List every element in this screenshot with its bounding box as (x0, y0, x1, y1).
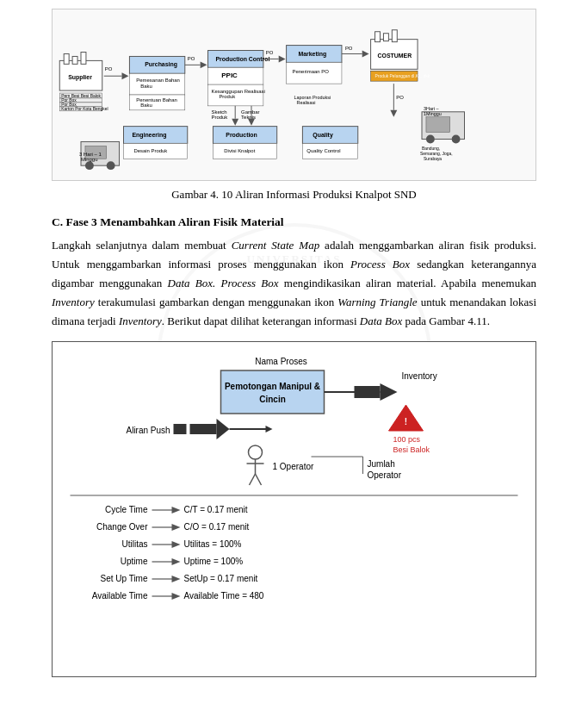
svg-text:Baku: Baku (140, 84, 152, 89)
svg-text:Produk Pelanggan dl.K... dkk: Produk Pelanggan dl.K... dkk (375, 74, 430, 78)
svg-rect-3 (81, 53, 86, 65)
svg-point-101 (249, 445, 263, 459)
svg-text:Marketing: Marketing (298, 51, 326, 58)
svg-text:Divisi Knalpot: Divisi Knalpot (224, 148, 255, 153)
flow-diagram: Supplier Pem Besi Besi Balok Por Box Por… (52, 9, 536, 181)
svg-text:Produk: Produk (219, 94, 235, 99)
page-container: Supplier Pem Besi Besi Balok Por Box Por… (0, 0, 588, 694)
svg-rect-45 (375, 32, 381, 42)
svg-marker-126 (172, 524, 181, 531)
section-heading: C. Fase 3 Menambahkan Aliran Fisik Mater… (52, 215, 536, 229)
svg-text:Quality: Quality (313, 133, 333, 140)
svg-text:Produk: Produk (211, 115, 227, 120)
svg-text:Baku: Baku (140, 103, 152, 108)
svg-text:Quality Control: Quality Control (306, 148, 340, 153)
svg-marker-89 (390, 110, 397, 117)
svg-rect-98 (187, 420, 190, 439)
svg-text:Teknis: Teknis (241, 115, 256, 120)
data-box-diagram: Nama Proses Pemotongan Manipul & Cincin … (52, 341, 536, 677)
svg-text:Available Time: Available Time (92, 591, 148, 601)
svg-marker-25 (201, 61, 207, 68)
svg-text:Supplier: Supplier (68, 74, 92, 81)
svg-text:PO: PO (396, 95, 404, 100)
svg-text:Utilitas = 100%: Utilitas = 100% (184, 539, 242, 549)
svg-rect-108 (355, 386, 381, 398)
svg-rect-31 (208, 84, 263, 106)
svg-rect-82 (426, 117, 450, 133)
figure-caption: Gambar 4. 10 Aliran Informasi Produksi K… (52, 188, 536, 202)
svg-text:Jumlah: Jumlah (368, 459, 395, 469)
svg-text:Purchasing: Purchasing (145, 61, 177, 68)
svg-marker-14 (122, 72, 129, 79)
svg-text:PO: PO (105, 66, 113, 72)
svg-text:C/O = 0.17 menit: C/O = 0.17 menit (184, 522, 250, 532)
svg-text:Inventory: Inventory (402, 371, 437, 381)
svg-text:Engineering: Engineering (132, 133, 166, 140)
svg-text:Operator: Operator (368, 470, 402, 480)
svg-marker-138 (172, 576, 181, 582)
svg-text:Production Control: Production Control (215, 56, 269, 62)
body-text: Langkah selanjutnya dalam membuat Curren… (52, 236, 536, 331)
svg-text:Pemotongan Manipul &: Pemotongan Manipul & (225, 382, 320, 391)
svg-point-73 (107, 161, 115, 170)
svg-marker-100 (266, 426, 273, 433)
svg-text:PPIC: PPIC (221, 72, 238, 79)
svg-point-81 (452, 135, 461, 144)
svg-text:Penerimaan PO: Penerimaan PO (293, 69, 330, 74)
svg-text:Available Time = 480: Available Time = 480 (184, 591, 264, 601)
svg-text:Nama Proses: Nama Proses (255, 357, 307, 366)
svg-marker-52 (232, 119, 238, 126)
svg-text:Set Up Time: Set Up Time (100, 574, 147, 583)
svg-marker-56 (248, 119, 255, 126)
svg-rect-92 (221, 370, 325, 414)
svg-text:!: ! (405, 417, 407, 426)
svg-marker-122 (172, 507, 181, 513)
svg-text:Desain Produk: Desain Produk (133, 148, 167, 153)
svg-text:1Minggu: 1Minggu (424, 111, 442, 116)
svg-rect-96 (174, 424, 217, 434)
svg-rect-18 (129, 73, 184, 95)
svg-line-104 (250, 474, 256, 485)
svg-text:Uptime: Uptime (121, 557, 148, 566)
svg-rect-46 (383, 34, 388, 41)
svg-text:Karton Por Kota Bengkel: Karton Por Kota Bengkel (61, 107, 108, 111)
svg-line-105 (256, 474, 262, 485)
svg-text:Aliran Push: Aliran Push (127, 426, 170, 435)
svg-marker-97 (217, 419, 230, 439)
svg-text:Minggu: Minggu (81, 157, 97, 162)
svg-marker-35 (279, 55, 286, 62)
svg-text:Cycle Time: Cycle Time (105, 505, 148, 514)
svg-marker-142 (172, 593, 181, 600)
svg-text:Utilitas: Utilitas (121, 539, 147, 549)
svg-point-80 (426, 135, 435, 144)
svg-text:100 pcs: 100 pcs (393, 435, 421, 444)
data-box-inner: Nama Proses Pemotongan Manipul & Cincin … (61, 349, 527, 668)
svg-text:C/T = 0.17 menit: C/T = 0.17 menit (184, 505, 248, 514)
svg-marker-130 (172, 541, 181, 548)
svg-rect-47 (392, 30, 397, 42)
svg-marker-42 (362, 51, 369, 58)
svg-text:Pemesanan Bahan: Pemesanan Bahan (136, 78, 180, 83)
svg-rect-2 (72, 56, 77, 64)
svg-text:PO: PO (345, 46, 353, 51)
svg-marker-109 (381, 383, 398, 401)
svg-marker-134 (172, 558, 181, 565)
svg-text:Bandung,: Bandung, (422, 146, 440, 151)
svg-text:Besi Balok: Besi Balok (393, 445, 430, 454)
svg-text:PO: PO (266, 50, 274, 55)
svg-text:Semarang, Joga,: Semarang, Joga, (420, 152, 453, 156)
svg-text:COSTUMER: COSTUMER (378, 53, 412, 59)
svg-text:Realisasi: Realisasi (296, 100, 315, 105)
svg-text:Change Over: Change Over (96, 522, 148, 532)
svg-text:1 Operator: 1 Operator (273, 462, 314, 471)
svg-point-72 (85, 161, 94, 170)
svg-text:Production: Production (226, 133, 257, 139)
svg-text:Cincin: Cincin (259, 395, 286, 404)
svg-text:Uptime = 100%: Uptime = 100% (184, 557, 244, 566)
svg-text:SetUp = 0.17 menit: SetUp = 0.17 menit (184, 574, 258, 583)
svg-text:PO: PO (188, 56, 195, 61)
svg-text:Surabaya: Surabaya (424, 157, 442, 161)
svg-rect-1 (64, 53, 69, 64)
